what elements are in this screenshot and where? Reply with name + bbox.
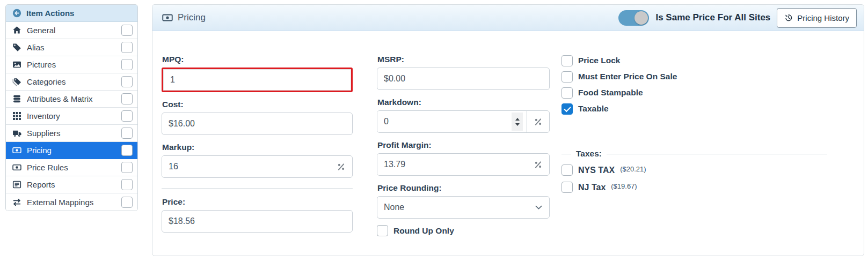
sidebar-item-inventory[interactable]: Inventory [6, 108, 137, 125]
nys-tax-checkbox[interactable] [561, 164, 573, 176]
price-lock-row: Price Lock [561, 55, 827, 66]
swap-arrows-icon [12, 198, 21, 207]
cash-icon [12, 146, 21, 155]
mpq-input[interactable] [163, 69, 351, 91]
truck-icon [12, 129, 21, 138]
sidebar-item-alias[interactable]: Alias [6, 39, 137, 56]
panel-title: Pricing [162, 12, 206, 23]
history-icon [784, 13, 793, 22]
food-stampable-checkbox[interactable] [561, 87, 573, 99]
pricing-history-button[interactable]: Pricing History [777, 8, 857, 28]
grid-icon [12, 111, 21, 121]
food-stampable-row: Food Stampable [561, 87, 827, 99]
nj-tax-row: NJ Tax ($19.67) [561, 182, 827, 193]
price-label: Price: [162, 197, 353, 207]
price-rules-checkbox[interactable] [121, 162, 133, 173]
tag-icon [12, 43, 21, 52]
alias-checkbox[interactable] [121, 42, 133, 53]
same-price-toggle-label: Is Same Price For All Sites [655, 12, 770, 23]
pricing-history-label: Pricing History [797, 13, 849, 23]
sidebar-item-pricing[interactable]: Pricing [6, 142, 137, 159]
profit-margin-field: Profit Margin: [377, 140, 550, 176]
price-input[interactable] [162, 210, 353, 233]
price-rounding-label: Price Rounding: [377, 183, 550, 193]
markdown-stepper[interactable] [512, 113, 523, 131]
msrp-field: MSRP: [377, 55, 550, 90]
taxable-row: Taxable [561, 103, 827, 115]
markup-label: Markup: [162, 143, 353, 152]
taxes-legend: Taxes: [561, 149, 827, 159]
sidebar-item-suppliers[interactable]: Suppliers [6, 125, 137, 142]
pricing-checkbox[interactable] [121, 145, 133, 156]
round-up-only-checkbox[interactable] [377, 225, 388, 236]
sidebar-item-attributes-matrix[interactable]: Attributes & Matrix [6, 91, 137, 108]
sidebar-item-external-mappings[interactable]: External Mappings [6, 193, 137, 211]
stepper-up-icon[interactable] [515, 118, 520, 121]
price-rounding-value: None [384, 203, 404, 212]
sidebar-item-label: Attributes & Matrix [27, 94, 116, 103]
sidebar-item-general[interactable]: General [6, 22, 137, 39]
price-field: Price: [162, 197, 353, 233]
price-rounding-select[interactable]: None [377, 196, 550, 219]
categories-checkbox[interactable] [121, 76, 133, 87]
external-mappings-checkbox[interactable] [121, 197, 133, 208]
pricing-form: MPQ: Cost: Markup: [152, 31, 864, 240]
sidebar-header[interactable]: Item Actions [6, 5, 137, 22]
round-up-only-label: Round Up Only [393, 226, 454, 236]
must-enter-price-label: Must Enter Price On Sale [578, 72, 677, 81]
item-actions-sidebar: Item Actions General Alias Pictures Cate… [5, 4, 138, 211]
general-checkbox[interactable] [121, 25, 133, 36]
price-rounding-field: Price Rounding: None [377, 183, 550, 219]
report-icon [12, 180, 21, 189]
pictures-checkbox[interactable] [121, 59, 133, 70]
markup-field: Markup: [162, 143, 353, 178]
must-enter-price-checkbox[interactable] [561, 71, 573, 83]
pricing-column-right: Price Lock Must Enter Price On Sale Food… [561, 55, 827, 240]
same-price-toggle[interactable] [618, 10, 649, 26]
pricing-column-left: MPQ: Cost: Markup: [162, 55, 353, 240]
sidebar-item-price-rules[interactable]: Price Rules [6, 159, 137, 176]
sidebar-item-reports[interactable]: Reports [6, 176, 137, 193]
stepper-down-icon[interactable] [515, 123, 520, 126]
profit-margin-input[interactable] [377, 154, 527, 175]
arrow-left-circle-icon [12, 9, 21, 18]
nys-tax-amount: ($20.21) [620, 165, 646, 173]
reports-checkbox[interactable] [121, 179, 133, 190]
price-lock-checkbox[interactable] [561, 55, 573, 66]
markup-input[interactable] [162, 156, 330, 177]
percent-icon [534, 117, 543, 126]
mpq-highlight-border [162, 68, 353, 92]
sidebar-item-label: Price Rules [27, 163, 116, 172]
food-stampable-label: Food Stampable [578, 88, 643, 98]
taxable-checkbox[interactable] [561, 103, 573, 115]
nj-tax-amount: ($19.67) [611, 182, 637, 190]
pricing-panel: Pricing Is Same Price For All Sites Pric… [152, 4, 864, 256]
sidebar-item-label: General [27, 26, 116, 35]
nj-tax-checkbox[interactable] [561, 182, 573, 193]
sidebar-item-pictures[interactable]: Pictures [6, 56, 137, 73]
input-group-divider [527, 111, 527, 132]
cost-input[interactable] [162, 113, 353, 135]
panel-header: Pricing Is Same Price For All Sites Pric… [152, 5, 864, 31]
sidebar-item-label: Inventory [27, 111, 116, 121]
sidebar-item-label: Reports [27, 180, 116, 189]
taxes-legend-label: Taxes: [576, 149, 602, 159]
sidebar-item-label: Alias [27, 43, 116, 52]
home-icon [12, 26, 21, 35]
nj-tax-label: NJ Tax [578, 183, 606, 192]
panel-title-label: Pricing [178, 12, 206, 23]
legend-line-left [561, 154, 571, 154]
sidebar-item-label: Pictures [27, 60, 116, 69]
legend-line-right [607, 154, 827, 154]
column-divider [162, 188, 353, 189]
suppliers-checkbox[interactable] [121, 128, 133, 139]
sidebar-item-label: Categories [27, 77, 116, 86]
markdown-field: Markdown: [377, 98, 550, 133]
must-enter-price-row: Must Enter Price On Sale [561, 71, 827, 83]
msrp-input[interactable] [377, 68, 550, 90]
layers-icon [12, 94, 21, 103]
sidebar-item-categories[interactable]: Categories [6, 73, 137, 91]
markdown-input[interactable] [377, 111, 512, 132]
attributes-matrix-checkbox[interactable] [121, 93, 133, 104]
inventory-checkbox[interactable] [121, 110, 133, 122]
